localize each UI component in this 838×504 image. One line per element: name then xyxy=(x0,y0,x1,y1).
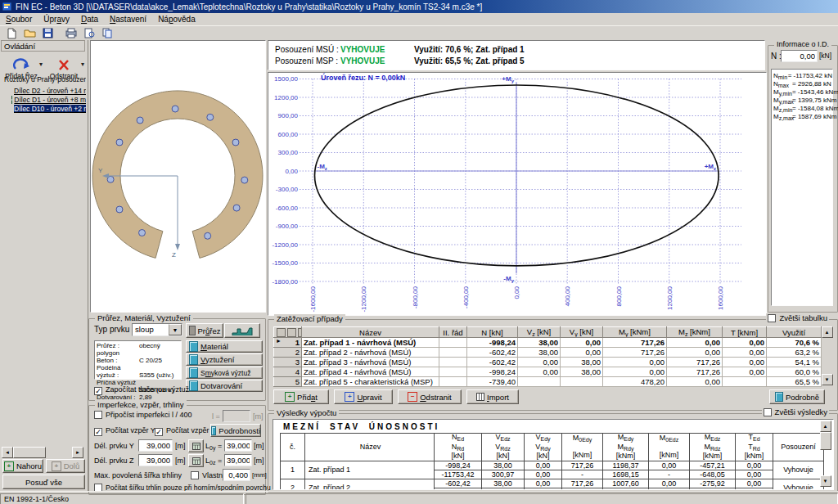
scrollbar-thumb[interactable] xyxy=(13,447,46,458)
load-value-cell[interactable]: 0,00 xyxy=(723,338,767,348)
load-case-name[interactable]: Zat. případ 3 - návrhová (MSÚ) xyxy=(302,358,439,367)
length-z-input[interactable] xyxy=(138,454,173,466)
row-number[interactable]: 4 xyxy=(274,367,302,377)
save-icon[interactable] xyxy=(39,27,56,40)
custom-checkbox[interactable]: Vlastní xyxy=(191,471,225,479)
calculator-button[interactable] xyxy=(188,454,204,467)
load-case-row[interactable]: 4Zat. případ 4 - návrhová (MSÚ)-998,240,… xyxy=(274,367,822,377)
scroll-down-icon[interactable]: ▼ xyxy=(820,475,831,487)
load-value-cell[interactable]: 38,00 xyxy=(561,367,603,377)
usage-cell[interactable]: 63,2 % xyxy=(767,348,822,358)
section-preview-button[interactable] xyxy=(224,323,260,338)
control-panel-caption[interactable]: Ovládání xyxy=(1,40,85,52)
usage-cell[interactable]: 70,6 % xyxy=(767,338,822,348)
enlarge-table-checkbox[interactable]: Zvětši tabulku xyxy=(766,313,829,322)
load-value-cell[interactable]: -602,42 xyxy=(467,358,518,367)
column-header[interactable]: II. řád xyxy=(439,327,467,338)
load-value-cell[interactable]: 717,26 xyxy=(667,358,723,367)
row-number[interactable]: 5 xyxy=(274,377,302,387)
load-case-name[interactable]: Zat. případ 4 - návrhová (MSÚ) xyxy=(302,367,439,377)
column-header[interactable]: Název xyxy=(302,327,439,338)
load-case-row[interactable]: 3Zat. případ 3 - návrhová (MSÚ)-602,420,… xyxy=(274,358,822,367)
imperfection-checkbox[interactable]: Připočíst imperfekci l / 400 xyxy=(94,411,192,419)
shear-reinforcement-button[interactable]: Smyková výztuž xyxy=(186,367,263,379)
cross-section-button[interactable]: Průřez xyxy=(186,323,223,338)
print-icon[interactable] xyxy=(63,27,79,40)
scrollbar-thumb[interactable] xyxy=(820,432,831,450)
load-value-cell[interactable]: -739,40 xyxy=(467,377,518,387)
result-row[interactable]: 1Zat. případ 1-998,2438,000,00717,261198… xyxy=(281,461,824,470)
table-tools-cell[interactable] xyxy=(274,327,302,338)
second-order-cell[interactable] xyxy=(439,358,467,367)
copy-icon[interactable] xyxy=(99,27,115,40)
column-header[interactable]: Vz [kN] xyxy=(518,327,561,338)
down-button[interactable]: + Dolů xyxy=(46,459,85,473)
usage-cell[interactable]: 54,1 % xyxy=(767,358,822,367)
load-value-cell[interactable]: 0,00 xyxy=(561,348,603,358)
checkbox-icon[interactable] xyxy=(94,428,102,436)
checkbox-icon[interactable] xyxy=(94,387,102,395)
usage-cell[interactable]: 60,0 % xyxy=(767,367,822,377)
menu-item[interactable]: Nastavení xyxy=(104,14,152,25)
details-results-button[interactable]: Podrobně xyxy=(769,389,825,404)
table-tool-icon[interactable] xyxy=(277,328,286,337)
creep-button[interactable]: Dotvarování xyxy=(186,380,263,392)
load-value-cell[interactable] xyxy=(518,377,561,387)
load-value-cell[interactable]: 38,00 xyxy=(561,358,603,367)
menu-item[interactable]: Úpravy xyxy=(38,14,75,25)
row-number[interactable]: 3 xyxy=(274,358,302,367)
new-file-icon[interactable] xyxy=(3,27,20,40)
scroll-up-icon[interactable]: ▲ xyxy=(820,421,831,432)
edit-load-case-button[interactable]: +Upravit xyxy=(334,389,393,404)
load-value-cell[interactable]: 0,00 xyxy=(723,348,767,358)
load-value-cell[interactable]: 717,26 xyxy=(603,348,667,358)
l0z-input[interactable] xyxy=(224,454,252,466)
column-header[interactable]: N [kN] xyxy=(467,327,518,338)
uls-results-table[interactable]: č.NázevNEdNRd[kN]VEdzVRdz[kN]VEdyVRdy[kN… xyxy=(280,433,824,490)
column-header[interactable]: Mz [kNm] xyxy=(667,327,723,338)
tree-item-dilec-d2[interactable]: Dílec D2 - úroveň +14 m xyxy=(2,86,86,95)
crack-width-input[interactable] xyxy=(223,469,250,481)
table-tool-icon[interactable] xyxy=(298,328,302,337)
menu-item[interactable]: Nápověda xyxy=(152,14,201,25)
checkbox-icon[interactable] xyxy=(764,408,772,416)
scroll-left-icon[interactable]: ◄ xyxy=(2,447,13,458)
load-value-cell[interactable]: 717,26 xyxy=(667,367,723,377)
load-case-name[interactable]: Zat. případ 2 - návrhová (MSÚ) xyxy=(302,348,439,358)
column-header[interactable]: Vy [kN] xyxy=(561,327,603,338)
calculator-button[interactable] xyxy=(188,439,204,452)
load-value-cell[interactable]: 717,26 xyxy=(603,338,667,348)
tree-item-dilec-d1[interactable]: Dílec D1 - úroveň +8 m xyxy=(2,95,86,104)
load-value-cell[interactable]: 0,00 xyxy=(603,358,667,367)
usage-cell[interactable]: 65,5 % xyxy=(767,377,822,387)
details-button[interactable]: Podrobnosti xyxy=(210,424,261,437)
menu-item[interactable]: Data xyxy=(75,14,104,25)
row-number[interactable]: ►1 xyxy=(274,338,302,348)
scroll-right-icon[interactable]: ► xyxy=(72,447,83,458)
length-y-input[interactable] xyxy=(138,439,173,452)
open-folder-icon[interactable] xyxy=(21,27,38,40)
checkbox-icon[interactable] xyxy=(191,471,199,479)
l0y-input[interactable] xyxy=(224,439,252,452)
load-value-cell[interactable]: 0,00 xyxy=(723,367,767,377)
column-header[interactable]: Využití xyxy=(767,327,822,338)
results-scrollbar[interactable]: ▲ ▼ xyxy=(820,421,831,487)
import-button[interactable]: Import xyxy=(466,389,519,404)
add-section-dropdown[interactable]: ▾ xyxy=(39,61,43,68)
reinforcement-button[interactable]: Vyztužení xyxy=(186,353,263,366)
load-value-cell[interactable]: -602,42 xyxy=(467,348,518,358)
assess-all-button[interactable]: Posuď vše xyxy=(2,475,85,489)
load-value-cell[interactable] xyxy=(723,377,767,387)
load-value-cell[interactable]: -998,24 xyxy=(467,338,518,348)
load-value-cell[interactable]: 0,00 xyxy=(667,338,723,348)
load-case-row[interactable]: 5Zat. případ 5 - charakteristická (MSP)-… xyxy=(274,377,822,387)
second-order-cell[interactable] xyxy=(439,348,467,358)
second-order-cell[interactable] xyxy=(439,377,467,387)
tree-item-dilec-d10[interactable]: Dílec D10 - úroveň +2 m xyxy=(2,104,86,113)
load-value-cell[interactable]: 38,00 xyxy=(518,338,561,348)
column-header[interactable]: My [kNm] xyxy=(603,327,667,338)
print-preview-icon[interactable] xyxy=(81,27,97,40)
row-number[interactable]: 2 xyxy=(274,348,302,358)
load-value-cell[interactable]: 0,00 xyxy=(561,338,603,348)
load-case-row[interactable]: ►1Zat. případ 1 - návrhová (MSÚ)-998,243… xyxy=(274,338,822,348)
